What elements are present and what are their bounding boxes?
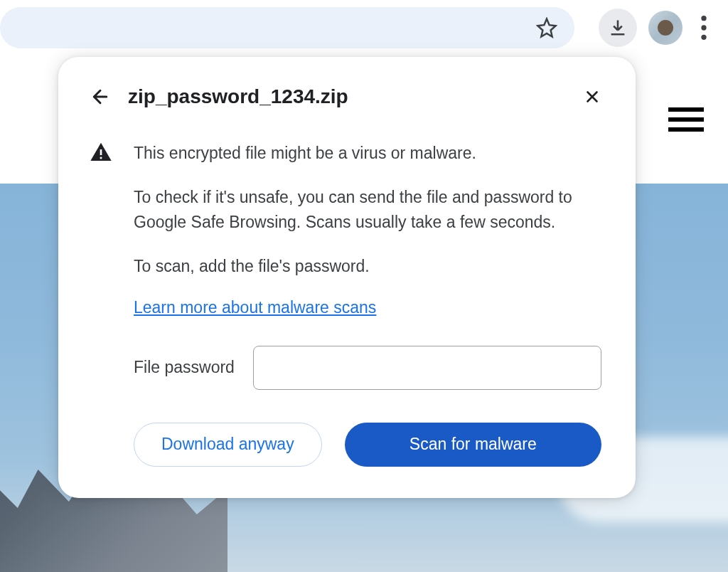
warning-heading: This encrypted file might be a virus or … [134, 141, 601, 166]
download-warning-dialog: zip_password_1234.zip This encrypted fil… [58, 57, 636, 498]
browser-toolbar [0, 0, 728, 55]
browser-menu-icon[interactable] [688, 9, 719, 47]
svg-point-0 [701, 16, 706, 21]
hamburger-menu-icon[interactable] [668, 107, 704, 132]
dialog-actions: Download anyway Scan for malware [90, 423, 601, 467]
svg-rect-4 [100, 157, 102, 159]
password-row: File password [134, 346, 601, 390]
download-anyway-button[interactable]: Download anyway [134, 423, 322, 467]
file-password-input[interactable] [253, 346, 601, 390]
downloads-button[interactable] [599, 9, 637, 47]
close-icon[interactable] [583, 88, 601, 106]
warning-triangle-icon [90, 141, 112, 166]
password-label: File password [134, 358, 235, 377]
svg-rect-3 [100, 149, 102, 155]
back-arrow-icon[interactable] [90, 86, 111, 107]
scan-instruction: To scan, add the file's password. [134, 254, 601, 280]
address-bar[interactable] [0, 7, 574, 48]
dialog-filename: zip_password_1234.zip [128, 85, 566, 108]
learn-more-link[interactable]: Learn more about malware scans [134, 298, 376, 317]
svg-point-1 [701, 25, 706, 30]
bookmark-star-icon[interactable] [535, 16, 559, 40]
svg-point-2 [701, 35, 706, 40]
dialog-body: This encrypted file might be a virus or … [90, 141, 601, 390]
dialog-header: zip_password_1234.zip [90, 85, 601, 108]
warning-description: To check if it's unsafe, you can send th… [134, 185, 601, 235]
scan-for-malware-button[interactable]: Scan for malware [345, 423, 601, 467]
profile-avatar[interactable] [648, 11, 682, 45]
